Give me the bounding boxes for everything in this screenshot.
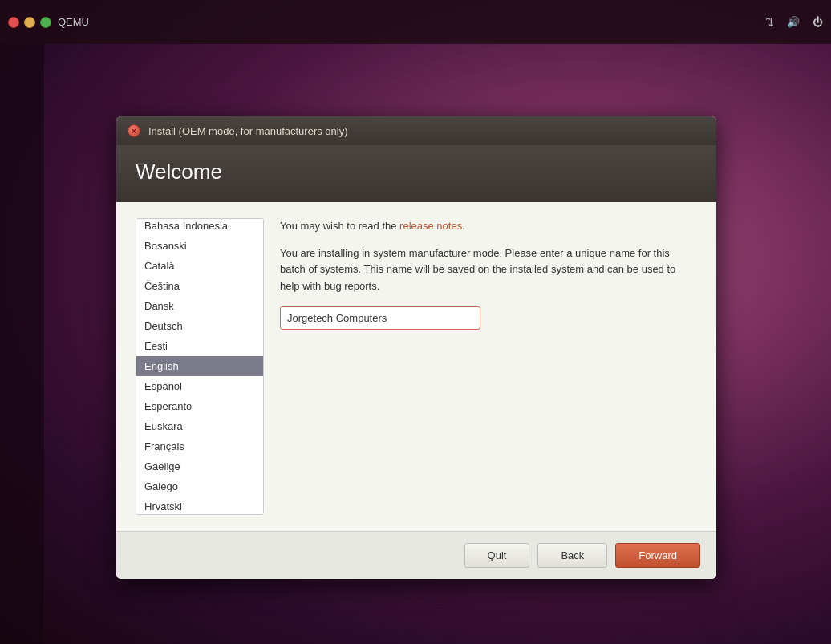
release-notes-link[interactable]: release notes [399,220,462,232]
lang-item-english[interactable]: English [136,356,263,376]
oem-description: You are installing in system manufacture… [280,245,697,295]
lang-item-hrvatski[interactable]: Hrvatski [136,496,263,515]
dialog-title: Install (OEM mode, for manufacturers onl… [148,125,348,137]
language-list[interactable]: Bahasa IndonesiaBosanskiCatalàČeštinaDan… [136,218,264,515]
window-close-button[interactable] [8,17,19,28]
taskbar-title: QEMU [58,16,89,28]
install-dialog: × Install (OEM mode, for manufacturers o… [116,116,716,579]
release-notes-prefix: You may wish to read the [280,220,399,232]
back-button[interactable]: Back [537,543,607,568]
volume-icon: 🔊 [787,16,800,28]
lang-item-esperanto[interactable]: Esperanto [136,396,263,416]
sidebar-strip [0,44,44,644]
dialog-body: Bahasa IndonesiaBosanskiCatalàČeštinaDan… [116,202,716,531]
lang-item-euskara[interactable]: Euskara [136,416,263,436]
welcome-heading: Welcome [136,160,697,184]
taskbar-right: ⇅ 🔊 ⏻ [765,16,823,28]
lang-item-gaeilge[interactable]: Gaeilge [136,456,263,476]
release-notes-text: You may wish to read the release notes. [280,218,697,234]
lang-item-cestina[interactable]: Čeština [136,276,263,296]
arrows-icon: ⇅ [765,16,774,28]
dialog-welcome-bar: Welcome [116,145,716,202]
lang-item-bosanski[interactable]: Bosanski [136,236,263,256]
taskbar: QEMU ⇅ 🔊 ⏻ [0,0,831,44]
window-controls [8,17,51,28]
lang-item-francais[interactable]: Français [136,436,263,456]
lang-item-espanol[interactable]: Español [136,376,263,396]
power-icon: ⏻ [813,16,823,28]
lang-item-bahasa-indonesia[interactable]: Bahasa Indonesia [136,218,263,236]
dialog-titlebar: × Install (OEM mode, for manufacturers o… [116,116,716,145]
dialog-footer: Quit Back Forward [116,531,716,579]
release-notes-suffix: . [462,220,465,232]
lang-item-eesti[interactable]: Eesti [136,336,263,356]
lang-item-deutsch[interactable]: Deutsch [136,316,263,336]
window-minimize-button[interactable] [24,17,35,28]
forward-button[interactable]: Forward [615,543,700,568]
quit-button[interactable]: Quit [464,543,530,568]
lang-item-catala[interactable]: Català [136,256,263,276]
lang-item-galego[interactable]: Galego [136,476,263,496]
dialog-close-button[interactable]: × [128,124,140,137]
lang-item-dansk[interactable]: Dansk [136,296,263,316]
batch-name-input[interactable] [280,306,480,330]
content-area: You may wish to read the release notes. … [280,218,697,515]
window-maximize-button[interactable] [40,17,51,28]
